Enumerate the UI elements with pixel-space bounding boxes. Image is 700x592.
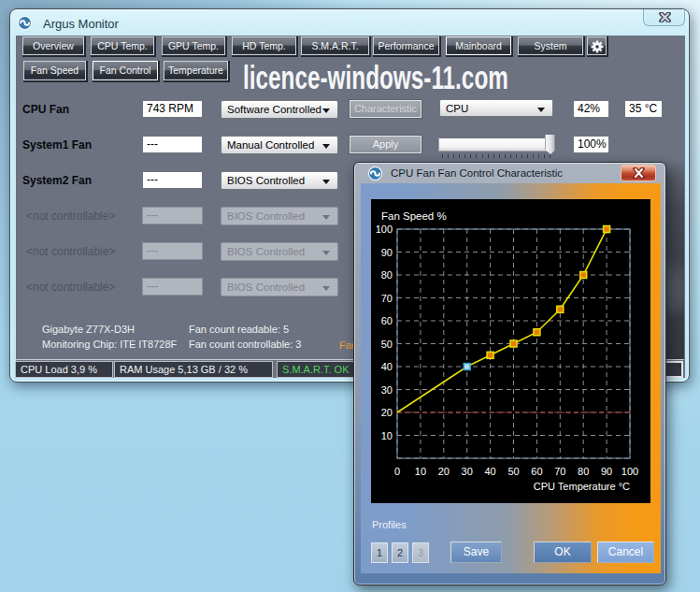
svg-text:90: 90 (601, 466, 612, 477)
svg-text:100: 100 (621, 466, 638, 477)
svg-text:20: 20 (381, 407, 393, 418)
svg-text:60: 60 (531, 466, 542, 477)
svg-text:10: 10 (415, 466, 426, 477)
svg-text:30: 30 (462, 466, 473, 477)
svg-text:60: 60 (381, 315, 393, 326)
svg-text:100: 100 (376, 224, 393, 235)
svg-text:70: 70 (381, 293, 393, 304)
svg-text:30: 30 (381, 384, 393, 396)
svg-text:50: 50 (381, 339, 393, 350)
svg-text:0: 0 (394, 466, 400, 477)
svg-text:10: 10 (381, 430, 393, 441)
svg-text:70: 70 (554, 466, 565, 477)
svg-text:40: 40 (381, 361, 393, 372)
svg-text:CPU Temperature °C: CPU Temperature °C (534, 481, 630, 492)
svg-text:50: 50 (507, 466, 519, 477)
svg-text:90: 90 (381, 247, 393, 258)
svg-text:40: 40 (484, 466, 495, 477)
svg-text:80: 80 (578, 466, 589, 477)
svg-text:80: 80 (381, 269, 393, 281)
svg-text:Fan Speed %: Fan Speed % (381, 210, 447, 222)
svg-text:20: 20 (438, 466, 450, 477)
